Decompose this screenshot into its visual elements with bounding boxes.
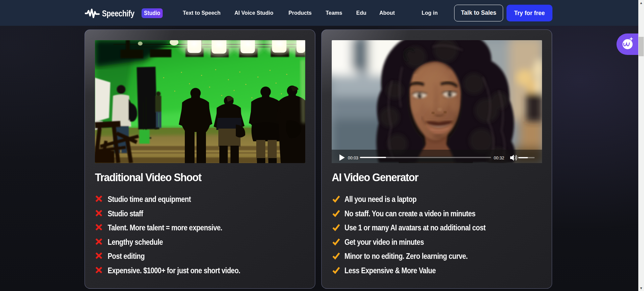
svg-text:00:03: 00:03 <box>348 156 358 160</box>
svg-text:00:32: 00:32 <box>494 156 504 160</box>
